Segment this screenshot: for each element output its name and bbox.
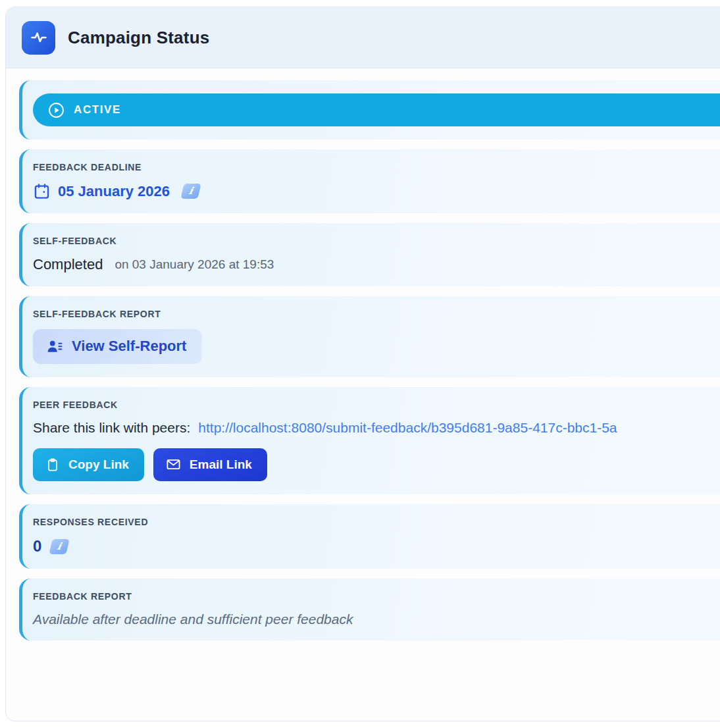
feedback-deadline-label: FEEDBACK DEADLINE — [33, 162, 720, 172]
self-feedback-label: SELF-FEEDBACK — [33, 236, 720, 246]
copy-link-button[interactable]: Copy Link — [33, 448, 144, 481]
responses-received-card: RESPONSES RECEIVED 0 i — [19, 504, 720, 569]
status-card: ACTIVE — [19, 80, 720, 140]
envelope-icon — [166, 457, 181, 472]
feedback-report-label: FEEDBACK REPORT — [33, 591, 720, 602]
peer-feedback-label: PEER FEEDBACK — [33, 400, 720, 410]
play-circle-icon — [48, 102, 64, 118]
deadline-date: 05 January 2026 — [58, 183, 170, 200]
clipboard-icon — [45, 457, 60, 472]
campaign-status-panel: Campaign Status ACTIVE FEEDBACK DEADLINE — [5, 7, 720, 721]
email-link-button[interactable]: Email Link — [153, 448, 267, 481]
feedback-report-message: Available after deadline and sufficient … — [33, 611, 720, 627]
view-self-report-label: View Self-Report — [72, 338, 186, 355]
self-feedback-status: Completed — [33, 256, 103, 273]
activity-icon — [22, 21, 55, 55]
status-label: ACTIVE — [74, 103, 121, 117]
responses-count: 0 — [33, 537, 41, 556]
info-icon[interactable]: i — [49, 539, 70, 554]
peer-feedback-card: PEER FEEDBACK Share this link with peers… — [19, 387, 720, 494]
page-title: Campaign Status — [68, 28, 209, 48]
share-link-text: Share this link with peers: — [33, 420, 190, 436]
panel-body: ACTIVE FEEDBACK DEADLINE 05 January 2026… — [6, 68, 720, 640]
status-badge: ACTIVE — [33, 93, 720, 126]
panel-header: Campaign Status — [6, 7, 720, 68]
view-self-report-button[interactable]: View Self-Report — [33, 329, 202, 364]
feedback-deadline-card: FEEDBACK DEADLINE 05 January 2026 i — [19, 149, 720, 213]
responses-received-label: RESPONSES RECEIVED — [33, 517, 720, 527]
feedback-report-card: FEEDBACK REPORT Available after deadline… — [19, 579, 720, 640]
feedback-share-link[interactable]: http://localhost:8080/submit-feedback/b3… — [198, 420, 617, 436]
self-feedback-card: SELF-FEEDBACK Completed on 03 January 20… — [19, 223, 720, 286]
self-feedback-timestamp: on 03 January 2026 at 19:53 — [115, 257, 274, 272]
email-link-label: Email Link — [190, 457, 252, 472]
user-report-icon — [46, 338, 63, 355]
self-report-label: SELF-FEEDBACK REPORT — [33, 309, 720, 319]
info-icon[interactable]: i — [180, 184, 201, 199]
calendar-icon — [33, 182, 51, 200]
copy-link-label: Copy Link — [68, 457, 129, 472]
self-report-card: SELF-FEEDBACK REPORT View Self-Report — [19, 296, 720, 377]
